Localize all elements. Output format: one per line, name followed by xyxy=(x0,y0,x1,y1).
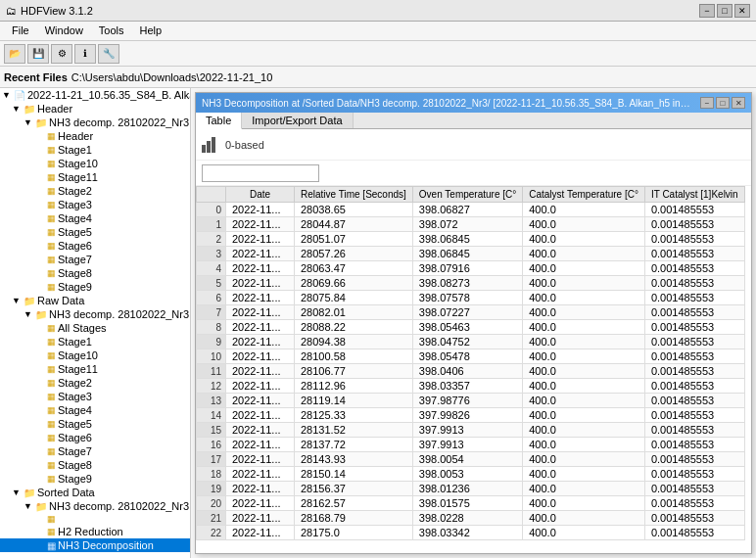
tree-raw-stage9[interactable]: ▦ Stage9 xyxy=(0,472,190,486)
cell-value: 28119.14 xyxy=(295,394,413,408)
tree-raw-stage10[interactable]: ▦ Stage10 xyxy=(0,349,190,362)
menu-bar: File Window Tools Help xyxy=(0,22,756,41)
tree-stage1[interactable]: ▦ Stage1 xyxy=(0,143,190,157)
cell-value: 28063.47 xyxy=(295,261,413,276)
maximize-button[interactable]: □ xyxy=(717,4,732,18)
cell-value: 0.001485553 xyxy=(644,452,744,467)
table-row: 202022-11...28162.57398.01575400.00.0014… xyxy=(197,496,745,511)
tree-stage9[interactable]: ▦ Stage9 xyxy=(0,280,190,294)
cell-rownum: 4 xyxy=(197,261,226,276)
cell-rownum: 8 xyxy=(197,320,226,335)
sub-title-bar: NH3 Decomposition at /Sorted Data/NH3 de… xyxy=(196,93,751,113)
root-toggle[interactable]: ▼ xyxy=(2,90,14,100)
sub-tabs: Table Import/Export Data xyxy=(196,113,751,129)
tree-nh3-sorted[interactable]: ▼ 📁 NH3 decomp. 28102022_Nr3 xyxy=(0,499,190,513)
tree-stage11[interactable]: ▦ Stage11 xyxy=(0,170,190,184)
tree-stage3[interactable]: ▦ Stage3 xyxy=(0,198,190,211)
cell-value: 398.03342 xyxy=(412,526,522,540)
chart-icon[interactable] xyxy=(202,136,219,154)
table-row: 52022-11...28069.66398.08273400.00.00148… xyxy=(197,276,745,291)
cell-value: 0.001485553 xyxy=(644,438,744,452)
cell-value: 400.0 xyxy=(523,247,645,261)
settings-button[interactable]: ⚙ xyxy=(51,44,72,64)
extra-button[interactable]: 🔧 xyxy=(98,44,119,64)
tree-raw-stage11[interactable]: ▦ Stage11 xyxy=(0,362,190,376)
tree-nh3-raw[interactable]: ▼ 📁 NH3 decomp. 28102022_Nr3 xyxy=(0,307,190,321)
cell-value: 2022-11... xyxy=(226,482,295,496)
cell-value: 400.0 xyxy=(523,467,645,482)
tree-header-leaf[interactable]: ▦ Header xyxy=(0,129,190,143)
tree-stage7[interactable]: ▦ Stage7 xyxy=(0,253,190,266)
table-container[interactable]: Date Relative Time [Seconds] Oven Temper… xyxy=(196,186,751,553)
close-button[interactable]: ✕ xyxy=(734,4,750,18)
cell-value: 400.0 xyxy=(523,423,645,438)
menu-file[interactable]: File xyxy=(4,23,37,38)
tree-raw-stage6[interactable]: ▦ Stage6 xyxy=(0,431,190,444)
tree-raw-stage8[interactable]: ▦ Stage8 xyxy=(0,458,190,472)
table-row: 112022-11...28106.77398.0406400.00.00148… xyxy=(197,364,745,379)
tree-stage2[interactable]: ▦ Stage2 xyxy=(0,184,190,198)
cell-value: 0.001485553 xyxy=(644,247,744,261)
tree-cooling[interactable]: ▦ xyxy=(0,513,190,525)
minimize-button[interactable]: − xyxy=(699,4,715,18)
cell-value: 0.001485553 xyxy=(644,511,744,526)
tree-all-stages[interactable]: ▦ All Stages xyxy=(0,321,190,335)
menu-help[interactable]: Help xyxy=(132,23,170,38)
cell-value: 398.0053 xyxy=(412,467,522,482)
svg-rect-2 xyxy=(212,137,215,153)
cell-rownum: 5 xyxy=(197,276,226,291)
cell-value: 400.0 xyxy=(523,379,645,394)
col-header-date: Date xyxy=(226,187,295,203)
cell-value: 0.001485553 xyxy=(644,291,744,305)
tree-raw-stage4[interactable]: ▦ Stage4 xyxy=(0,403,190,417)
tree-rawdata-section[interactable]: ▼ 📁 Raw Data xyxy=(0,294,190,307)
sub-window-title: NH3 Decomposition at /Sorted Data/NH3 de… xyxy=(202,98,691,109)
menu-window[interactable]: Window xyxy=(37,23,91,38)
save-button[interactable]: 💾 xyxy=(27,44,49,64)
index-input[interactable] xyxy=(202,164,319,182)
tree-stage5[interactable]: ▦ Stage5 xyxy=(0,225,190,239)
tree-raw-stage2[interactable]: ▦ Stage2 xyxy=(0,376,190,390)
tree-raw-stage7[interactable]: ▦ Stage7 xyxy=(0,444,190,458)
index-area xyxy=(196,161,751,186)
cell-rownum: 19 xyxy=(197,482,226,496)
cell-value: 2022-11... xyxy=(226,526,295,540)
cell-value: 0.001485553 xyxy=(644,482,744,496)
sub-minimize-button[interactable]: − xyxy=(700,97,714,109)
tab-import-export[interactable]: Import/Export Data xyxy=(242,113,353,128)
cell-value: 0.001485553 xyxy=(644,203,744,217)
open-button[interactable]: 📂 xyxy=(4,44,25,64)
info-button[interactable]: ℹ xyxy=(74,44,96,64)
tree-nh3-decomp[interactable]: ▦ NH3 Decomposition xyxy=(0,538,190,552)
cell-value: 400.0 xyxy=(523,526,645,540)
cell-value: 398.0228 xyxy=(412,511,522,526)
cell-value: 400.0 xyxy=(523,305,645,320)
cell-value: 2022-11... xyxy=(226,320,295,335)
tree-nh3-header[interactable]: ▼ 📁 NH3 decomp. 28102022_Nr3 xyxy=(0,116,190,129)
cell-value: 2022-11... xyxy=(226,511,295,526)
tree-stage6[interactable]: ▦ Stage6 xyxy=(0,239,190,253)
col-header-oven-temp: Oven Temperature [C° xyxy=(412,187,522,203)
tree-root[interactable]: ▼ 📄 2022-11-21_10.56.35_S84_B. Alkan_h5 xyxy=(0,88,190,102)
tree-raw-stage1[interactable]: ▦ Stage1 xyxy=(0,335,190,349)
tree-sorteddata-section[interactable]: ▼ 📁 Sorted Data xyxy=(0,486,190,499)
cell-value: 0.001485553 xyxy=(644,423,744,438)
svg-rect-0 xyxy=(202,145,206,153)
cell-value: 0.001485553 xyxy=(644,526,744,540)
sub-maximize-button[interactable]: □ xyxy=(716,97,730,109)
tree-stage10[interactable]: ▦ Stage10 xyxy=(0,157,190,170)
sub-close-button[interactable]: ✕ xyxy=(732,97,745,109)
cell-value: 2022-11... xyxy=(226,276,295,291)
tree-stage4[interactable]: ▦ Stage4 xyxy=(0,211,190,225)
recent-files-label[interactable]: Recent Files xyxy=(4,71,68,83)
tab-table[interactable]: Table xyxy=(196,113,242,129)
tree-header-section[interactable]: ▼ 📁 Header xyxy=(0,102,190,116)
tree-h2-reduction[interactable]: ▦ H2 Reduction xyxy=(0,525,190,538)
zero-based-label: 0-based xyxy=(225,139,264,151)
tree-raw-stage5[interactable]: ▦ Stage5 xyxy=(0,417,190,431)
menu-tools[interactable]: Tools xyxy=(91,23,132,38)
cell-value: 398.0406 xyxy=(412,364,522,379)
tree-stage8[interactable]: ▦ Stage8 xyxy=(0,266,190,280)
cell-value: 398.01236 xyxy=(412,482,522,496)
tree-raw-stage3[interactable]: ▦ Stage3 xyxy=(0,390,190,403)
